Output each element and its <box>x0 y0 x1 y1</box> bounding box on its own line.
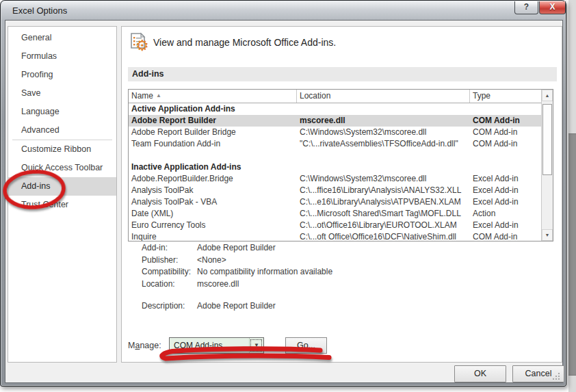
addins-table: Name▲ Location Type Active Application A… <box>128 89 553 241</box>
sidebar-item-label: General <box>21 33 51 42</box>
manage-label-pre: M <box>128 341 135 350</box>
detail-row: Add-in: Adobe Report Builder <box>142 243 332 255</box>
table-row[interactable]: Active Application Add-ins <box>129 103 541 115</box>
ok-button[interactable]: OK <box>454 365 506 382</box>
table-row[interactable]: Analysis ToolPak C:\...ffice16\Library\A… <box>129 185 541 196</box>
scroll-up-icon[interactable]: ▲ <box>542 90 553 101</box>
sidebar-item-add-ins[interactable]: Add-ins <box>8 177 116 196</box>
sidebar-item-customize-ribbon[interactable]: Customize Ribbon <box>8 140 116 159</box>
detail-value: mscoree.dll <box>197 279 239 291</box>
background-window-scrollbar <box>568 0 576 392</box>
cell-location: C:\...Microsoft Shared\Smart Tag\MOFL.DL… <box>297 208 470 220</box>
cell-type <box>470 103 541 115</box>
scrollbar-thumb[interactable] <box>542 104 552 175</box>
cell-name: Analysis ToolPak - VBA <box>129 196 297 208</box>
sidebar-item-formulas[interactable]: Formulas <box>8 47 116 66</box>
sidebar-item-proofing[interactable]: Proofing <box>8 66 116 84</box>
cell-name: Euro Currency Tools <box>129 220 297 231</box>
table-row[interactable]: Date (XML) C:\...Microsoft Shared\Smart … <box>129 208 541 220</box>
section-title: Add-ins <box>128 67 557 81</box>
cell-type: Action <box>470 208 541 220</box>
column-header-name[interactable]: Name▲ <box>129 90 297 103</box>
cell-type: COM Add-in <box>470 115 541 127</box>
column-type-label: Type <box>473 91 490 101</box>
cell-location: C:\...ffice16\Library\Analysis\ANALYS32.… <box>297 185 470 196</box>
detail-value: Adobe Report Builder <box>197 301 276 313</box>
detail-row: Location: mscoree.dll <box>142 279 332 291</box>
table-row[interactable]: Adobe.ReportBuilder.Bridge C:\Windows\Sy… <box>129 173 541 185</box>
cell-location <box>297 103 470 115</box>
cell-location: C:\...oft Office\Office16\DCF\NativeShim… <box>297 231 470 241</box>
sidebar-item-language[interactable]: Language <box>8 103 116 121</box>
sidebar-item-trust-center[interactable]: Trust Center <box>8 196 116 214</box>
table-row[interactable]: Inquire C:\...oft Office\Office16\DCF\Na… <box>129 231 541 241</box>
cell-location <box>297 161 470 173</box>
table-body: Active Application Add-ins Adobe Report … <box>129 103 541 241</box>
table-row[interactable]: Euro Currency Tools C:\...ot\Office16\Li… <box>129 220 541 231</box>
cell-type: Excel Add-in <box>470 196 541 208</box>
cancel-button[interactable]: Cancel <box>512 365 564 382</box>
sidebar-item-save[interactable]: Save <box>8 84 116 103</box>
cell-location: C:\Windows\System32\mscoree.dll <box>297 127 470 138</box>
manage-label: Manage: <box>128 337 161 354</box>
cell-location: C:\...ot\Office16\Library\EUROTOOL.XLAM <box>297 220 470 231</box>
manage-dropdown-value: COM Add-ins <box>170 338 249 353</box>
manage-label-post: nage: <box>140 341 161 350</box>
dialog-client-area: General Formulas Proofing Save Language … <box>5 20 563 383</box>
titlebar[interactable]: Excel Options <box>1 1 565 20</box>
cell-type <box>470 150 541 161</box>
sidebar-item-label: Formulas <box>21 51 57 61</box>
sidebar-item-advanced[interactable]: Advanced <box>8 121 116 140</box>
sidebar-item-label: Add-ins <box>21 181 50 191</box>
table-row[interactable]: Adobe Report Builder Bridge C:\Windows\S… <box>129 127 541 138</box>
manage-dropdown[interactable]: COM Add-ins ▼ <box>169 337 264 354</box>
scroll-down-icon[interactable]: ▼ <box>542 229 553 241</box>
sidebar-item-label: Quick Access Toolbar <box>21 163 103 172</box>
table-row[interactable]: Analysis ToolPak - VBA C:\...e16\Library… <box>129 196 541 208</box>
cell-name: Analysis ToolPak <box>129 185 297 196</box>
cell-name: Active Application Add-ins <box>129 103 297 115</box>
cell-name <box>129 150 297 161</box>
sidebar-item-label: Trust Center <box>21 200 68 209</box>
cell-type: Excel Add-in <box>470 220 541 231</box>
detail-label: Publisher: <box>142 255 197 267</box>
sidebar-item-label: Language <box>21 107 60 116</box>
column-header-location[interactable]: Location <box>297 90 470 103</box>
cell-name: Date (XML) <box>129 208 297 220</box>
cell-type: COM Add-in <box>470 231 541 241</box>
table-header: Name▲ Location Type <box>129 90 541 103</box>
detail-value: Adobe Report Builder <box>197 243 276 255</box>
dropdown-arrow-icon[interactable]: ▼ <box>249 338 263 353</box>
cell-name: Team Foundation Add-in <box>129 138 297 150</box>
cell-type: COM Add-in <box>470 127 541 138</box>
go-button-label: Go... <box>297 338 315 353</box>
column-header-type[interactable]: Type <box>470 90 541 103</box>
options-sidebar: General Formulas Proofing Save Language … <box>8 26 117 363</box>
table-row[interactable]: Adobe Report Builder mscoree.dll COM Add… <box>129 115 541 127</box>
go-button[interactable]: Go... <box>285 337 327 354</box>
table-row[interactable] <box>129 150 541 161</box>
cell-name: Adobe Report Builder <box>129 115 297 127</box>
detail-label: Location: <box>142 279 197 291</box>
detail-value: <None> <box>197 255 226 267</box>
cell-location: mscoree.dll <box>297 115 470 127</box>
close-button[interactable]: X <box>539 1 566 14</box>
cell-name: Inactive Application Add-ins <box>129 161 297 173</box>
cell-type <box>470 161 541 173</box>
detail-label: Compatibility: <box>142 267 197 279</box>
sidebar-item-label: Advanced <box>21 125 60 135</box>
addin-details: Add-in: Adobe Report Builder Publisher: … <box>142 243 332 313</box>
sidebar-item-general[interactable]: General <box>8 29 116 47</box>
cell-name: Adobe Report Builder Bridge <box>129 127 297 138</box>
sidebar-item-quick-access-toolbar[interactable]: Quick Access Toolbar <box>8 159 116 177</box>
detail-row: Publisher: <None> <box>142 255 332 267</box>
detail-value: No compatibility information available <box>197 267 332 279</box>
cell-type: Excel Add-in <box>470 173 541 185</box>
help-button[interactable]: ? <box>514 1 538 14</box>
excel-options-dialog: Excel Options ? X General Formulas Proof… <box>0 0 566 387</box>
detail-row: Compatibility: No compatibility informat… <box>142 267 332 279</box>
resize-grip[interactable] <box>558 378 560 380</box>
table-scrollbar[interactable]: ▲ ▼ <box>541 90 553 241</box>
table-row[interactable]: Team Foundation Add-in "C:\...rivateAsse… <box>129 138 541 150</box>
table-row[interactable]: Inactive Application Add-ins <box>129 161 541 173</box>
